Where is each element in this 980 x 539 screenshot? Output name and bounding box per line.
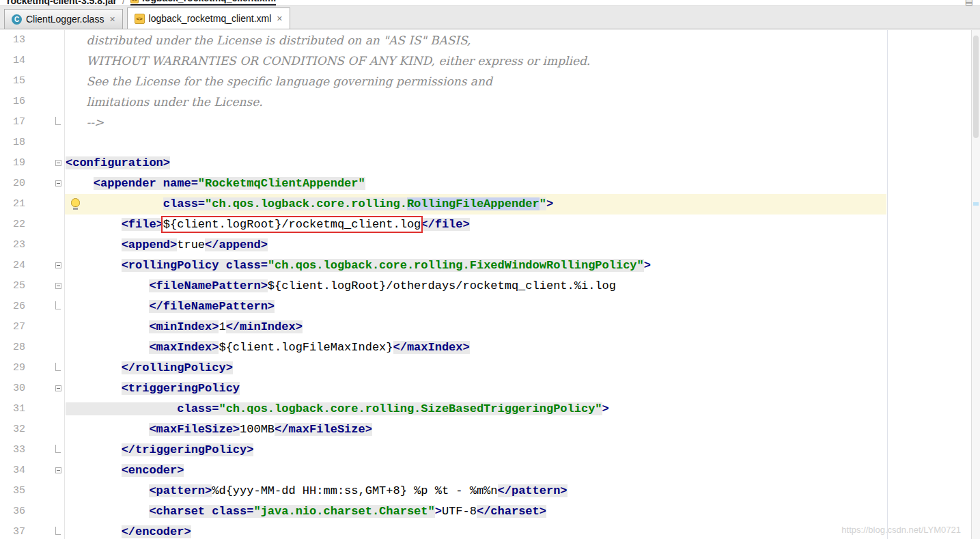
fold-start-icon[interactable] <box>55 385 61 391</box>
fold-end-icon[interactable] <box>55 301 61 309</box>
code-text[interactable]: <pattern>%d{yyy-MM-dd HH:mm:ss,GMT+8} %p… <box>65 481 980 501</box>
code-token: RollingFileAppender <box>407 197 540 210</box>
gutter: 15 <box>0 71 65 92</box>
code-line[interactable]: 18 <box>0 133 980 153</box>
code-line[interactable]: 13 distributed under the License is dist… <box>0 30 980 51</box>
code-token: ${client.logFileMaxIndex} <box>219 341 393 354</box>
gutter: 37 <box>0 522 65 539</box>
code-line[interactable]: 33 </triggeringPolicy> <box>0 440 980 460</box>
code-line[interactable]: 34 <encoder> <box>0 460 980 481</box>
code-token <box>66 218 122 231</box>
code-token <box>66 505 149 518</box>
fold-column <box>25 71 64 92</box>
code-token: <minIndex> <box>149 320 219 333</box>
code-token: 100MB <box>240 423 275 436</box>
gutter: 36 <box>0 501 65 522</box>
code-line[interactable]: 35 <pattern>%d{yyy-MM-dd HH:mm:ss,GMT+8}… <box>0 481 980 501</box>
code-line[interactable]: 32 <maxFileSize>100MB</maxFileSize> <box>0 419 980 440</box>
code-text[interactable]: class="ch.qos.logback.core.rolling.SizeB… <box>65 399 980 419</box>
tab-clientlogger-class[interactable]: C ClientLogger.class × <box>4 9 123 29</box>
code-line[interactable]: 14 WITHOUT WARRANTIES OR CONDITIONS OF A… <box>0 51 980 71</box>
code-line[interactable]: 37 </encoder> <box>0 522 980 539</box>
fold-start-icon[interactable] <box>55 180 61 186</box>
code-line[interactable]: 27 <minIndex>1</minIndex> <box>0 317 980 337</box>
code-line[interactable]: 22 <file>${client.logRoot}/rocketmq_clie… <box>0 215 980 235</box>
code-line[interactable]: 20 <appender name="RocketmqClientAppende… <box>0 174 980 194</box>
code-text[interactable]: <maxIndex>${client.logFileMaxIndex}</max… <box>65 337 980 358</box>
code-text[interactable]: </triggeringPolicy> <box>65 440 980 460</box>
code-line[interactable]: 23 <append>true</append> <box>0 235 980 255</box>
tab-logback-rocketmq-client-xml[interactable]: <> logback_rocketmq_client.xml × <box>127 8 290 29</box>
code-editor[interactable]: 13 distributed under the License is dist… <box>0 30 980 539</box>
editor-menu-icon[interactable]: ▤ <box>965 0 973 5</box>
code-text[interactable]: limitations under the License. <box>65 92 980 112</box>
error-stripe-mark[interactable] <box>973 202 979 206</box>
code-text[interactable]: <minIndex>1</minIndex> <box>65 317 980 337</box>
gutter: 29 <box>0 358 65 378</box>
code-text[interactable]: class="ch.qos.logback.core.rolling.Rolli… <box>65 194 980 215</box>
fold-end-icon[interactable] <box>55 527 61 535</box>
gutter: 28 <box>0 337 65 358</box>
fold-end-icon[interactable] <box>55 363 61 371</box>
code-token: <triggeringPolicy <box>122 382 240 395</box>
tab-label: ClientLogger.class <box>26 14 104 25</box>
code-line[interactable]: 19<configuration> <box>0 153 980 174</box>
code-token <box>66 117 87 130</box>
code-line[interactable]: 15 See the License for the specific lang… <box>0 71 980 92</box>
code-line[interactable]: 29 </rollingPolicy> <box>0 358 980 378</box>
code-line[interactable]: 25 <fileNamePattern>${client.logRoot}/ot… <box>0 276 980 296</box>
code-line[interactable]: 24 <rollingPolicy class="ch.qos.logback.… <box>0 255 980 276</box>
code-line[interactable]: 36 <charset class="java.nio.charset.Char… <box>0 501 980 522</box>
code-token <box>66 96 87 109</box>
code-text[interactable]: <append>true</append> <box>65 235 980 255</box>
close-tab-icon[interactable]: × <box>109 14 115 25</box>
code-text[interactable]: <fileNamePattern>${client.logRoot}/other… <box>65 276 980 296</box>
code-text[interactable]: <appender name="RocketmqClientAppender" <box>65 174 980 194</box>
code-text[interactable]: distributed under the License is distrib… <box>65 30 980 51</box>
code-line[interactable]: 31 class="ch.qos.logback.core.rolling.Si… <box>0 399 980 419</box>
code-token: <configuration> <box>66 156 170 169</box>
code-text[interactable] <box>65 133 980 153</box>
code-text[interactable]: WITHOUT WARRANTIES OR CONDITIONS OF ANY … <box>65 51 980 71</box>
code-token <box>66 443 122 456</box>
code-text[interactable]: <configuration> <box>65 153 980 174</box>
code-text[interactable]: <rollingPolicy class="ch.qos.logback.cor… <box>65 255 980 276</box>
code-line[interactable]: 16 limitations under the License. <box>0 92 980 112</box>
code-line[interactable]: 30 <triggeringPolicy <box>0 378 980 399</box>
fold-column <box>25 30 64 51</box>
code-text[interactable]: See the License for the specific languag… <box>65 71 980 92</box>
breadcrumb-item-file[interactable]: <> logback_rocketmq_client.xml <box>130 0 276 5</box>
fold-start-icon[interactable] <box>55 262 61 268</box>
fold-start-icon[interactable] <box>55 160 61 166</box>
code-text[interactable]: </fileNamePattern> <box>65 296 980 317</box>
fold-end-icon[interactable] <box>55 445 61 453</box>
code-text[interactable]: </rollingPolicy> <box>65 358 980 378</box>
code-token: <appender <box>94 177 163 190</box>
fold-end-icon[interactable] <box>55 117 61 125</box>
fold-column <box>25 51 64 71</box>
code-line[interactable]: 28 <maxIndex>${client.logFileMaxIndex}</… <box>0 337 980 358</box>
code-text[interactable]: <file>${client.logRoot}/rocketmq_client.… <box>65 215 980 235</box>
vertical-scrollbar[interactable] <box>971 30 980 539</box>
code-text[interactable]: <encoder> <box>65 460 980 481</box>
code-text[interactable]: <triggeringPolicy <box>65 378 980 399</box>
code-text[interactable]: <charset class="java.nio.charset.Charset… <box>65 501 980 522</box>
code-text[interactable]: --> <box>65 112 980 133</box>
gutter: 33 <box>0 440 65 460</box>
code-token: > <box>602 402 609 415</box>
editor-tab-bar: C ClientLogger.class × <> logback_rocket… <box>0 5 980 29</box>
fold-start-icon[interactable] <box>55 283 61 289</box>
code-line[interactable]: 26 </fileNamePattern> <box>0 296 980 317</box>
code-line[interactable]: 21 class="ch.qos.logback.core.rolling.Ro… <box>0 194 980 215</box>
code-line[interactable]: 17 --> <box>0 112 980 133</box>
code-text[interactable]: <maxFileSize>100MB</maxFileSize> <box>65 419 980 440</box>
intention-bulb-icon[interactable] <box>71 198 80 207</box>
close-tab-icon[interactable]: × <box>277 13 282 24</box>
gutter: 27 <box>0 317 65 337</box>
xml-file-icon: <> <box>135 14 145 24</box>
scrollbar-thumb[interactable] <box>973 36 979 138</box>
code-token: name= <box>163 177 198 190</box>
code-token <box>66 484 149 497</box>
fold-start-icon[interactable] <box>55 467 61 473</box>
breadcrumb-item-jar[interactable]: rocketmq-client-3.5.8.jar <box>7 0 117 5</box>
